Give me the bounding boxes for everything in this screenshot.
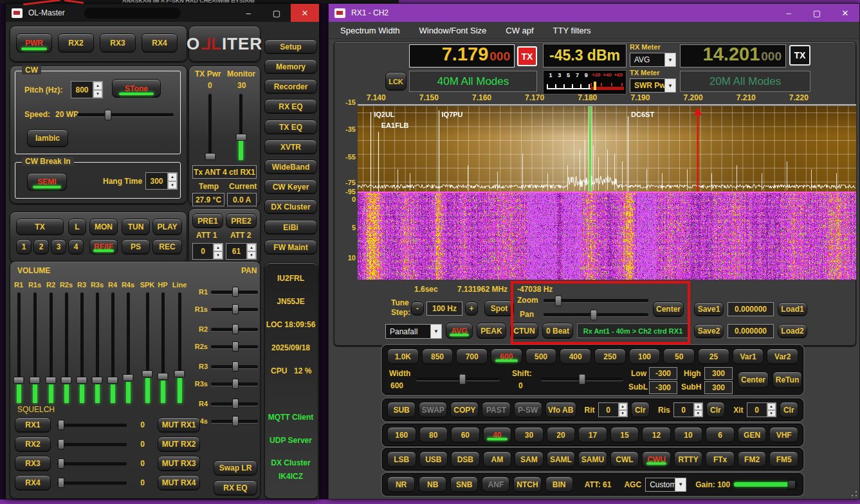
filter-width-400-button[interactable]: 400 [560, 348, 591, 364]
swap-lr-button[interactable]: Swap LR [214, 460, 257, 476]
rx3-button[interactable]: RX3 [100, 33, 136, 53]
squelch-rx2-slider[interactable] [57, 443, 127, 446]
squelch-rx2-button[interactable]: RX2 [15, 437, 51, 452]
band-6-button[interactable]: 6 [706, 427, 735, 443]
menu-cw-apf[interactable]: CW apf [506, 26, 533, 35]
pan-slider-r3[interactable]: R3 [190, 361, 258, 372]
waterfall-canvas[interactable] [358, 192, 856, 280]
mut-rx1-button[interactable]: MUT RX1 [158, 417, 200, 433]
center-button[interactable]: Center [653, 302, 684, 317]
maximize-button[interactable]: ▢ [262, 4, 291, 22]
chevron-down-icon[interactable]: ▼ [430, 325, 441, 338]
hang-time-spinner[interactable]: 300 ▲▼ [145, 172, 178, 190]
maximize-button[interactable]: ▢ [803, 4, 831, 22]
subh-value[interactable]: 300 [704, 381, 733, 394]
xit-up-icon[interactable]: ▲ [767, 403, 776, 410]
filter-width-700-button[interactable]: 700 [456, 348, 488, 364]
close-button[interactable]: ✕ [291, 4, 319, 22]
vfo-a-frequency[interactable]: 7.179000 [409, 44, 515, 68]
agc-dropdown[interactable]: Custom▼ [645, 478, 686, 492]
rx-eq-2-button[interactable]: RX EQ [214, 480, 257, 496]
semi-button[interactable]: SEMI [27, 173, 67, 191]
ris-down-icon[interactable]: ▼ [694, 410, 702, 417]
filter-width-25-button[interactable]: 25 [698, 348, 729, 364]
retun-button[interactable]: ReTun [773, 372, 802, 388]
save2-button[interactable]: Save2 [694, 324, 724, 338]
memory-button[interactable]: Memory [264, 59, 317, 74]
dx-cluster-button[interactable]: DX Cluster [264, 199, 317, 214]
chevron-down-icon[interactable]: ▼ [664, 53, 675, 66]
volume-slider-r4s[interactable]: R4s [120, 278, 136, 403]
filter-center-button[interactable]: Center [738, 372, 769, 388]
pre1-button[interactable]: PRE1 [192, 213, 223, 228]
menu-window-font-size[interactable]: Window/Font Size [419, 26, 486, 35]
load1-button[interactable]: Load1 [778, 302, 807, 316]
chevron-down-icon[interactable]: ▼ [664, 79, 675, 92]
bin-button[interactable]: BIN [545, 476, 573, 492]
volume-slider-r2[interactable]: R2 [42, 278, 59, 403]
rit-up-icon[interactable]: ▲ [619, 403, 627, 410]
mode-sam-button[interactable]: SAM [515, 451, 544, 467]
pan-slider[interactable] [544, 313, 648, 316]
tx-button[interactable]: TX [16, 219, 64, 235]
spot-button[interactable]: Spot [484, 300, 514, 316]
mode-lsb-button[interactable]: LSB [387, 451, 416, 467]
spectrum-canvas[interactable] [358, 106, 856, 192]
volume-slider-r2s[interactable]: R2s [58, 278, 75, 403]
mode-saml-button[interactable]: SAML [547, 451, 576, 467]
volume-slider-r3s[interactable]: R3s [89, 278, 105, 403]
filter-width-1.0k-button[interactable]: 1.0K [387, 348, 419, 364]
tx-meter-dropdown[interactable]: SWR Pwr▼ [630, 78, 676, 93]
rx2-select-button[interactable]: 2 [33, 239, 49, 255]
mode-samu-button[interactable]: SAMU [578, 451, 607, 467]
filter-width-250-button[interactable]: 250 [594, 348, 626, 364]
minimize-button[interactable]: – [234, 4, 262, 22]
title-bar[interactable]: RX1 - CH2 – ▢ ✕ [329, 4, 859, 22]
mode-ftx-button[interactable]: FTx [706, 451, 735, 467]
stone-button[interactable]: STone [112, 79, 161, 98]
eibi-button[interactable]: EiBi [264, 220, 317, 235]
pwr-button[interactable]: PWR [16, 33, 52, 53]
resize-grip[interactable] [851, 491, 857, 497]
rx-meter-dropdown[interactable]: AVG▼ [630, 53, 676, 67]
band-vhf-button[interactable]: VHF [769, 427, 798, 443]
shift-slider[interactable] [541, 377, 623, 381]
xit-clear-button[interactable]: Clr [780, 402, 798, 418]
mode-fm5-button[interactable]: FM5 [769, 451, 798, 467]
mon-button[interactable]: MON [89, 219, 118, 235]
monitor-slider[interactable] [239, 94, 242, 160]
rf-if-button[interactable]: RF/IF [89, 239, 118, 255]
peak-button[interactable]: PEAK [477, 323, 506, 339]
rx1-select-button[interactable]: 1 [16, 239, 32, 255]
play-button[interactable]: PLAY [152, 219, 182, 235]
tx-pwr-slider[interactable] [208, 94, 212, 160]
chevron-down-icon[interactable]: ▼ [675, 478, 686, 491]
p-sw-button[interactable]: P-SW [514, 402, 542, 418]
att1-up-icon[interactable]: ▲ [214, 244, 223, 251]
volume-slider-r3[interactable]: R3 [73, 278, 90, 403]
rx3-select-button[interactable]: 3 [51, 239, 66, 255]
squelch-rx3-slider[interactable] [57, 462, 127, 465]
squelch-rx4-slider[interactable] [57, 482, 127, 485]
volume-slider-hp[interactable]: HP [154, 278, 171, 403]
mode-dsb-button[interactable]: DSB [451, 451, 480, 467]
hang-down-icon[interactable]: ▼ [168, 181, 177, 190]
mut-rx4-button[interactable]: MUT RX4 [158, 475, 200, 491]
pan-slider-r3s[interactable]: R3s [190, 379, 258, 389]
att2-spinner[interactable]: 61 ▲▼ [226, 243, 257, 260]
recorder-button[interactable]: Recorder [264, 79, 317, 94]
pre2-button[interactable]: PRE2 [226, 213, 257, 228]
rit-down-icon[interactable]: ▼ [619, 410, 627, 417]
volume-slider-spk[interactable]: SPK [139, 278, 156, 403]
mode-rtty-button[interactable]: RTTY [674, 451, 703, 467]
iambic-button[interactable]: Iambic [27, 129, 68, 147]
tune-step-minus-button[interactable]: - [411, 302, 424, 316]
pitch-spinner[interactable]: 800 ▲▼ [71, 81, 103, 98]
filter-width-var2-button[interactable]: Var2 [767, 348, 798, 364]
tun-button[interactable]: TUN [122, 219, 150, 235]
att2-down-icon[interactable]: ▼ [247, 251, 256, 259]
volume-slider-r1s[interactable]: R1s [26, 278, 43, 403]
ps-button[interactable]: PS [122, 239, 150, 255]
ntch-button[interactable]: NTCH [513, 476, 541, 492]
fw-maint-button[interactable]: FW Maint [264, 240, 317, 255]
